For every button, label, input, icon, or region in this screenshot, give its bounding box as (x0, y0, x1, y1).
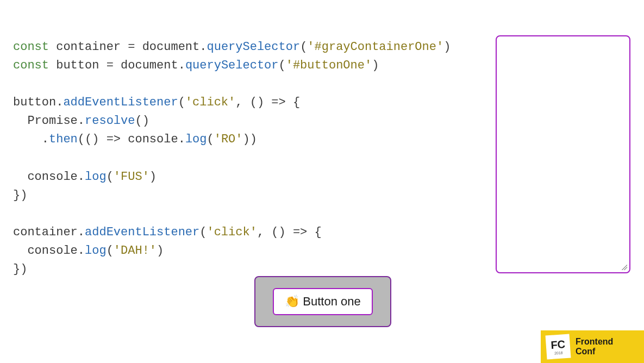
fc-year: 2018 (554, 351, 563, 355)
code-block: const container = document.querySelector… (13, 38, 451, 279)
frontend-conf-logo: FC 2018 Frontend Conf (541, 330, 644, 363)
button-one-label: Button one (303, 295, 360, 309)
button-one[interactable]: 👏 Button one (273, 288, 372, 315)
gray-container-one[interactable]: 👏 Button one (254, 276, 391, 327)
clap-icon: 👏 (285, 295, 299, 309)
conf-text: Frontend Conf (576, 337, 613, 356)
output-textarea[interactable] (496, 35, 630, 273)
fc-badge: FC 2018 (546, 334, 571, 360)
fc-text: FC (551, 339, 566, 351)
